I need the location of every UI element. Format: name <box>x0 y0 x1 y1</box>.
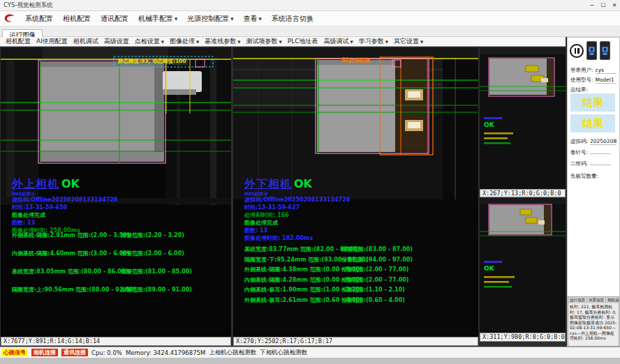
alarm-range: 报警范围:(2.00 - 77.00) <box>341 266 408 273</box>
menu-item[interactable]: 系统语言切换 <box>267 14 318 24</box>
menu-item[interactable]: 通讯配置 <box>96 14 133 24</box>
measurement-row: 外侧基线-极耳:2.61mm 范围:(0.60 - 4.00) 报警范围:(0.… <box>244 296 413 304</box>
minimize-icon[interactable]: ─ <box>586 2 598 8</box>
measurement-value: 隔圈宽度-下:95.24mm 范围:(93.00 - 98.00) <box>244 256 341 264</box>
status-bar: 心跳信号 相机连接 通讯连接 Cpu: 0.0% Memory: 3424.41… <box>0 347 620 358</box>
count-line: 图数: 13 <box>12 219 117 227</box>
menu-item[interactable]: 光源控制配置▼ <box>182 14 238 24</box>
toolbar-button[interactable]: 测试项参数▼ <box>244 37 285 46</box>
measurement-value: 基线宽度:83.05mm 范围:(80.00 - 86.00) <box>12 268 121 275</box>
toolbar-button[interactable]: 高级调试▼ <box>320 37 355 46</box>
alarm-range: 报警范围:(0.60 - 4.00) <box>341 296 405 304</box>
count-line: 图数: 13 <box>244 227 350 234</box>
measurement-value: 外侧基线-隔圈:2.91mm 范围:(2.00 - 3.50) <box>12 232 121 239</box>
toolbar-button[interactable]: AI使用配置 <box>34 37 71 46</box>
pixel-coords-upper: X:7677;Y:891;R:14;G:14;B:14 <box>1 337 231 346</box>
measurement-row: 基线宽度:83.05mm 范围:(80.00 - 86.00) 报警范围:(81… <box>12 268 192 275</box>
measurement-row: 隔圈宽度-上:90.56mm 范围:(88.00 - 92.00) 报警范围:(… <box>12 286 192 294</box>
total-result-label: 总结果: <box>570 86 588 93</box>
pixel-coords-thumb-2: X:311;Y:980;R:0;G:0;B:0 <box>480 333 566 342</box>
result-overlay-upper: 外上相机 OK MES处理:1 虚拟码:Offline2025020813313… <box>12 177 117 234</box>
log-tab[interactable]: 相机信息 <box>606 297 619 303</box>
maximize-icon[interactable]: ☐ <box>598 2 609 8</box>
measurement-row: 基线宽度:83.77mm 范围:(82.00 - 88.00) 报警范围:(83… <box>244 245 413 253</box>
toolbar-button[interactable]: 高级设置 <box>101 37 132 46</box>
threshold-label: 静态阈值:93, 动态阈值:100 <box>117 58 188 65</box>
menu-item[interactable]: 查看▼ <box>238 14 266 24</box>
log-text: 耗时: 222, 极耳检测耗时: 17, 极耳分类耗时: 0, 极耳提取分类耗时… <box>568 303 619 342</box>
toolbar-button[interactable]: 相机配置 <box>3 37 34 46</box>
comm-connection-badge: 通讯连接 <box>61 349 88 356</box>
camera-up-button[interactable] <box>586 41 597 60</box>
thumbnail-view-2[interactable]: OK <box>480 198 566 333</box>
toolbar-button[interactable]: 其它设置▼ <box>391 37 426 46</box>
ai-time-line: 处理AI时间: 166 <box>244 211 350 219</box>
toolbar-button[interactable]: 图像处理▼ <box>167 37 202 46</box>
upper-camera-heartbeat-count: 上相机心跳检测数 <box>209 349 256 357</box>
toolbar-button[interactable]: 相机调试 <box>71 37 101 46</box>
cpu-usage: Cpu: 0.0% <box>91 349 122 356</box>
close-icon[interactable]: ✕ <box>609 2 620 8</box>
result-ok-label: OK <box>294 177 312 190</box>
log-tab[interactable]: 设置信息 <box>587 297 606 303</box>
alarm-range: 报警范围:(83.00 - 87.00) <box>341 245 413 253</box>
pixel-coords-thumb-1: X:267;Y:13;R:0;G:0;B:0 <box>480 189 566 197</box>
login-user-label: 登录用户: <box>570 67 593 73</box>
camera-view-upper[interactable]: 静态阈值:93, 动态阈值:100 外上相机 OK MES处理:1 虚拟码:Of… <box>1 47 231 337</box>
toolbar-button[interactable]: PLC地址表 <box>285 37 321 46</box>
result-ok-label: OK <box>61 177 80 190</box>
camera-icon <box>601 44 609 57</box>
alarm-range: 报警范围:(2.00 - 6.00) <box>121 250 184 257</box>
model-value[interactable]: Model1 <box>596 77 617 84</box>
needle-number-value <box>590 153 611 154</box>
log-panel: 运行信息设置信息相机信息 耗时: 222, 极耳检测耗时: 17, 极耳分类耗时… <box>568 296 619 347</box>
chevron-down-icon: ▼ <box>279 40 282 44</box>
measurement-value: 基线宽度:83.77mm 范围:(82.00 - 88.00) <box>244 245 341 253</box>
pixel-coords-lower: X:270;Y:2502;R:17;G:17;B:17 <box>233 337 478 346</box>
alarm-range: 报警范围:(2.20 - 3.20) <box>121 232 184 239</box>
model-label: 使用型号: <box>570 77 593 83</box>
menu-bar: 系统配置相机配置通讯配置机械手配置▼光源控制配置▼查看▼系统语言切换 <box>0 11 620 26</box>
toolbar-items: 相机配置AI使用配置相机调试高级设置点检设置▼图像处理▼基准线参数▼测试项参数▼… <box>3 37 426 46</box>
toolbar-button[interactable]: 学习参数▼ <box>356 37 391 46</box>
menu-item[interactable]: 系统配置 <box>20 14 58 24</box>
menu-item[interactable]: 相机配置 <box>58 14 96 24</box>
menu-item[interactable]: 机械手配置▼ <box>133 14 182 24</box>
time-line: 时间:13-31-59-627 <box>244 204 350 211</box>
measurement-list-lower: 基线宽度:83.77mm 范围:(82.00 - 88.00) 报警范围:(83… <box>244 245 413 306</box>
heartbeat-status-badge: 心跳信号 <box>1 349 28 356</box>
camera-connection-badge: 相机连接 <box>31 349 58 356</box>
camera-view-lower[interactable]: AI处理图像 外下相机 OK MES处理:0 虚拟码:Offline202502… <box>233 47 478 337</box>
sidebar-icon-row <box>570 41 610 60</box>
result-box-lower: 结果 <box>570 114 615 132</box>
measurement-value: 内侧基线-隔圈:4.60mm 范围:(3.00 - 6.00) <box>12 250 121 257</box>
measurement-value: 隔圈宽度-上:90.56mm 范围:(88.00 - 92.00) <box>12 286 121 294</box>
app-logo-icon <box>3 13 16 24</box>
result-overlay-lower: 外下相机 OK MES处理:0 虚拟码:Offline2025020813313… <box>244 177 350 242</box>
camera-name-label: 外上相机 <box>12 177 59 192</box>
neg-write-count-row: 负极写数量: <box>570 173 598 180</box>
menu-items: 系统配置相机配置通讯配置机械手配置▼光源控制配置▼查看▼系统语言切换 <box>20 14 318 24</box>
alarm-range: 报警范围:(2.00 - 77.00) <box>341 276 408 284</box>
qr-code-row: 二维码: <box>570 160 611 167</box>
toolbar-button[interactable]: 基准线参数▼ <box>202 37 243 46</box>
camera-name-label: 外下相机 <box>244 177 292 192</box>
log-tab[interactable]: 运行信息 <box>568 297 587 303</box>
done-line: 图像处理完成 <box>244 219 350 227</box>
virtual-code-label: 虚拟码: <box>570 138 588 144</box>
vcode-line: 虚拟码:Offline20250208133134728 <box>244 196 350 204</box>
camera-down-button[interactable] <box>600 41 610 60</box>
toolbar-button[interactable]: 点检设置▼ <box>132 37 167 46</box>
log-tabs: 运行信息设置信息相机信息 <box>568 297 619 303</box>
thumbnail-view-1[interactable]: OK <box>480 47 566 189</box>
chevron-down-icon: ▼ <box>385 40 388 44</box>
chevron-down-icon: ▼ <box>420 40 423 44</box>
qr-code-label: 二维码: <box>570 160 588 167</box>
measurement-row: 内侧基线-极耳:1.90mm 范围:(1.00 - 2.20) 报警范围:(1.… <box>244 286 413 294</box>
measurement-value: 外侧基线-隔圈:4.38mm 范围:(0.00 - 9.00) <box>244 266 341 273</box>
toolbar: 相机配置AI使用配置相机调试高级设置点检设置▼图像处理▼基准线参数▼测试项参数▼… <box>0 37 566 47</box>
alarm-range: 报警范围:(94.00 - 97.00) <box>341 256 413 264</box>
login-user-value[interactable]: cys <box>596 67 617 74</box>
pause-button[interactable] <box>570 44 584 58</box>
needle-number-label: 卷针号: <box>570 149 588 156</box>
